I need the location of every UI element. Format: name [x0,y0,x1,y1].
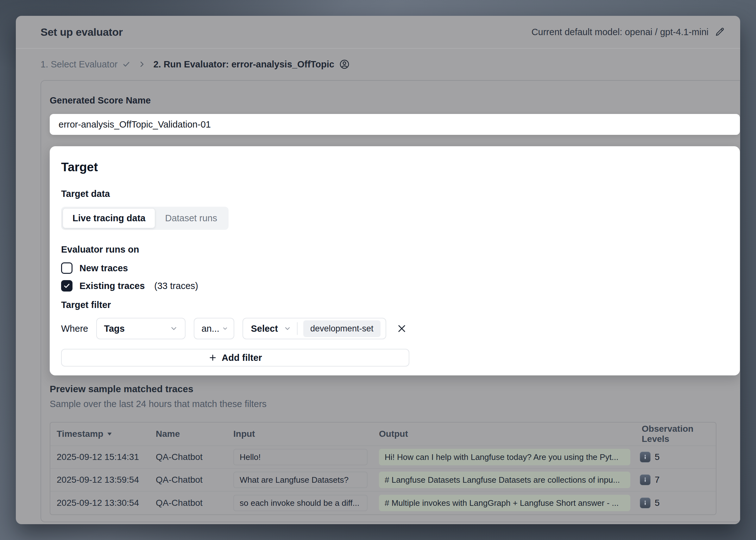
chevron-down-icon [170,325,178,333]
plus-icon [208,353,217,362]
observation-levels-cell: 7 [635,474,716,485]
breadcrumb-step-run-evaluator: 2. Run Evaluator: error-analysis_OffTopi… [153,59,350,69]
table-row: 2025-09-12 13:30:54 QA-Chatbot so each i… [50,491,716,514]
add-filter-label: Add filter [222,352,262,363]
dialog-header: Set up evaluator Current default model: … [16,16,740,49]
trace-name: QA-Chatbot [149,452,227,462]
evaluator-form-panel: Generated Score Name Target Target data … [41,80,740,522]
chevron-down-icon [284,325,291,333]
observation-count: 5 [655,452,660,462]
trace-name: QA-Chatbot [149,475,227,485]
trace-output-cell: # Langfuse Datasets Langfuse Datasets ar… [373,472,635,488]
page-title: Set up evaluator [41,26,123,38]
user-circle-icon [339,59,350,69]
filter-value-select[interactable]: Select development-set [242,318,386,339]
tab-live-tracing-data-label: Live tracing data [73,213,145,223]
trace-output-cell: Hi! How can I help with Langfuse today? … [373,449,635,465]
observation-levels-cell: 5 [635,497,716,508]
chevron-right-icon [138,61,146,68]
setup-evaluator-dialog: Set up evaluator Current default model: … [16,16,740,524]
trace-input-cell: What are Langfuse Datasets? [227,472,373,488]
checkbox-unchecked [61,262,73,274]
info-badge-icon [640,497,651,508]
trace-input-cell: so each invoke should be a diff... [227,495,373,511]
preview-subtitle: Sample over the last 24 hours that match… [50,399,740,409]
observation-count: 5 [655,498,660,508]
breadcrumb-step-select-evaluator[interactable]: 1. Select Evaluator [41,59,130,69]
trace-name: QA-Chatbot [149,498,227,508]
table-header-row: Timestamp Name Input Output Observation … [50,423,716,446]
filter-operator-select[interactable]: an... [194,318,234,339]
target-heading: Target [61,160,728,174]
runs-on-label: Evaluator runs on [61,244,728,255]
checkbox-existing-traces[interactable]: Existing traces (33 traces) [61,280,728,292]
trace-output-cell: # Multiple invokes with LangGraph + Lang… [373,495,635,511]
tab-live-tracing-data[interactable]: Live tracing data [63,208,155,228]
target-data-label: Target data [61,189,728,199]
timestamp-header-label: Timestamp [57,429,103,439]
trace-timestamp: 2025-09-12 13:30:54 [50,498,149,508]
target-filter-label: Target filter [61,300,728,310]
trace-timestamp: 2025-09-12 15:14:31 [50,452,149,462]
preview-traces-table: Timestamp Name Input Output Observation … [50,422,716,515]
filter-value-chip: development-set [303,320,380,337]
chevron-down-icon [222,326,228,332]
checkbox-checked [61,280,73,292]
scrollbar-track[interactable] [740,81,740,522]
trace-output-value: Hi! How can I help with Langfuse today? … [379,449,630,465]
trace-input-value: Hello! [233,449,368,465]
trace-input-value: What are Langfuse Datasets? [233,472,368,488]
sort-desc-icon [106,431,113,437]
default-model-info: Current default model: openai / gpt-4.1-… [531,27,725,37]
info-badge-icon [640,474,651,485]
info-badge-icon [640,452,651,463]
existing-traces-label: Existing traces [79,281,145,291]
add-filter-button[interactable]: Add filter [61,349,409,366]
target-data-toggle: Live tracing data Dataset runs [61,207,228,230]
filter-column-select[interactable]: Tags [96,318,186,339]
existing-traces-count: (33 traces) [154,281,198,291]
column-header-timestamp[interactable]: Timestamp [50,429,149,439]
breadcrumb-step2-label: 2. Run Evaluator: error-analysis_OffTopi… [153,59,334,69]
new-traces-label: New traces [79,263,128,273]
breadcrumb: 1. Select Evaluator 2. Run Evaluator: er… [16,49,740,69]
score-name-input[interactable] [50,114,740,135]
target-card: Target Target data Live tracing data Dat… [50,146,740,375]
edit-pencil-icon[interactable] [715,27,725,37]
column-header-observation-levels: Observation Levels [635,424,716,444]
filter-column-value: Tags [104,324,125,334]
preview-title: Preview sample matched traces [50,384,740,394]
trace-timestamp: 2025-09-12 13:59:54 [50,475,149,485]
column-header-name: Name [149,429,227,439]
score-name-label: Generated Score Name [50,95,740,106]
page-background: Set up evaluator Current default model: … [0,0,756,540]
default-model-label: Current default model: openai / gpt-4.1-… [531,27,708,37]
trace-input-value: so each invoke should be a diff... [233,495,368,511]
observation-count: 7 [655,475,660,485]
trace-output-value: # Multiple invokes with LangGraph + Lang… [379,495,630,511]
column-header-output: Output [373,429,635,439]
tab-dataset-runs-label: Dataset runs [165,213,217,223]
check-icon [122,60,130,68]
trace-output-value: # Langfuse Datasets Langfuse Datasets ar… [379,472,630,488]
column-header-input: Input [227,429,373,439]
filter-operator-value: an... [201,324,219,334]
table-row: 2025-09-12 13:59:54 QA-Chatbot What are … [50,469,716,491]
filter-value-placeholder: Select [251,324,278,334]
table-row: 2025-09-12 15:14:31 QA-Chatbot Hello! Hi… [50,446,716,469]
where-label: Where [61,324,88,334]
trace-input-cell: Hello! [227,449,373,465]
breadcrumb-step1-label: 1. Select Evaluator [41,59,117,69]
checkbox-new-traces[interactable]: New traces [61,262,728,274]
remove-filter-button[interactable] [394,321,409,336]
observation-levels-cell: 5 [635,452,716,463]
filter-row: Where Tags an... Select [61,318,728,339]
tab-dataset-runs[interactable]: Dataset runs [155,208,227,228]
divider [297,322,298,335]
